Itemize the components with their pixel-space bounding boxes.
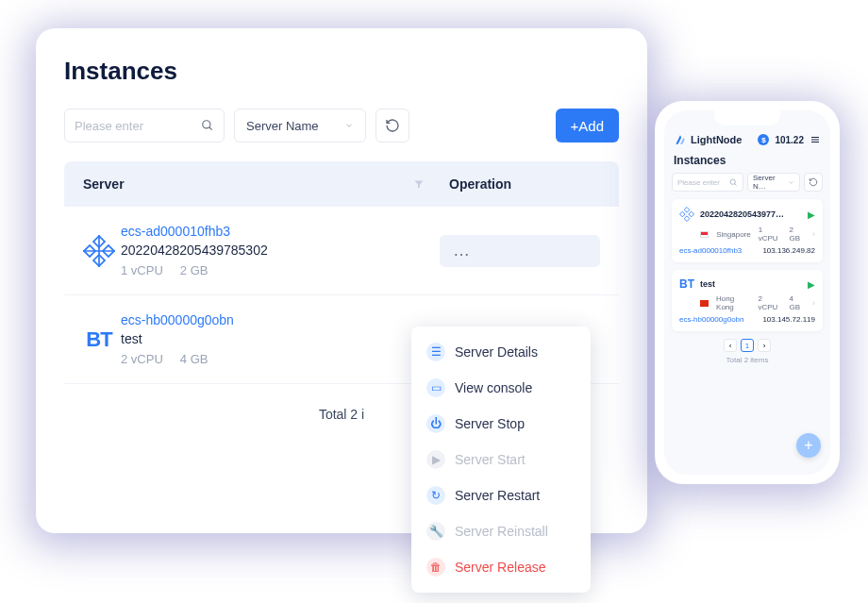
play-icon: ▶	[426, 450, 445, 469]
svg-line-1	[209, 127, 212, 130]
instance-code[interactable]: ecs-hb00000g0obn	[679, 315, 744, 324]
brand: LightNode	[674, 133, 742, 146]
phone-page-title: Instances	[674, 154, 821, 167]
filter-label: Server Name	[246, 119, 319, 133]
svg-line-12	[735, 183, 737, 185]
operation-menu-button[interactable]: …	[440, 235, 600, 267]
refresh-button[interactable]	[376, 109, 409, 142]
operation-cell: …	[440, 235, 606, 267]
chevron-down-icon	[344, 121, 354, 130]
svg-rect-15	[680, 211, 686, 217]
instance-ip: 103.136.249.82	[762, 246, 815, 255]
phone-mockup: LightNode $ 101.22 Instances Please ente…	[655, 101, 840, 484]
filter-select[interactable]: Server Name	[234, 109, 366, 142]
instance-ip: 103.145.72.119	[762, 315, 815, 324]
wrench-icon: 🔧	[426, 522, 445, 541]
refresh-icon	[385, 118, 400, 133]
instance-name: test	[700, 279, 802, 289]
plus-icon: +	[804, 437, 812, 454]
phone-search-input[interactable]: Please enter	[672, 173, 743, 192]
balance: 101.22	[775, 135, 804, 145]
instance-code[interactable]: ecs-hb00000g0obn	[121, 312, 440, 327]
phone-total: Total 2 items	[672, 356, 823, 364]
chevron-right-icon: ›	[812, 229, 815, 239]
menu-server-release[interactable]: 🗑 Server Release	[411, 549, 591, 585]
menu-server-start: ▶ Server Start	[411, 442, 591, 477]
menu-view-console[interactable]: ▭ View console	[411, 370, 591, 406]
table-row[interactable]: ecs-ad000010fhb3 20220428205439785302 1 …	[64, 207, 619, 295]
flag-hk-icon	[700, 300, 709, 307]
pager-prev[interactable]: ‹	[724, 339, 737, 352]
instance-spec: 2 vCPU4 GB	[121, 352, 440, 366]
brand-icon	[674, 133, 687, 146]
toolbar: Please enter Server Name +Add	[64, 109, 619, 142]
refresh-icon	[809, 177, 818, 187]
instance-code[interactable]: ecs-ad000010fhb3	[121, 224, 440, 239]
svg-rect-14	[684, 216, 690, 222]
phone-filter-select[interactable]: Server N…	[747, 173, 800, 192]
instance-code[interactable]: ecs-ad000010fhb3	[679, 246, 742, 255]
phone-header: LightNode $ 101.22	[672, 133, 823, 146]
svg-rect-13	[684, 208, 690, 213]
filter-icon[interactable]	[413, 178, 425, 190]
power-icon: ⏻	[426, 414, 445, 433]
search-input[interactable]: Please enter	[64, 109, 225, 142]
pager-next[interactable]: ›	[758, 339, 771, 352]
page-title: Instances	[64, 57, 619, 86]
menu-server-reinstall: 🔧 Server Reinstall	[411, 513, 591, 549]
instance-name: 20220428205439785302	[121, 243, 440, 258]
menu-server-details[interactable]: ☰ Server Details	[411, 334, 591, 370]
trash-icon: 🗑	[426, 558, 445, 577]
balance-icon: $	[758, 134, 769, 145]
phone-refresh-button[interactable]	[804, 173, 823, 192]
column-server: Server	[83, 176, 413, 192]
svg-point-0	[203, 121, 210, 128]
phone-instance-card[interactable]: BT test ▶ Hong Kong 2 vCPU 4 GB › ecs-hb…	[672, 270, 823, 331]
os-centos-icon	[77, 235, 121, 267]
details-icon: ☰	[426, 343, 445, 361]
svg-rect-16	[689, 211, 694, 217]
instance-name: 2022042820543977…	[700, 209, 802, 219]
column-operation: Operation	[449, 176, 600, 192]
phone-toolbar: Please enter Server N…	[672, 173, 823, 192]
chevron-down-icon	[788, 179, 794, 186]
instance-spec: 1 vCPU2 GB	[121, 263, 440, 277]
phone-pager: ‹ 1 ›	[672, 339, 823, 352]
instance-name: test	[121, 331, 440, 346]
hamburger-icon[interactable]	[810, 134, 821, 145]
row-body: ecs-ad000010fhb3 20220428205439785302 1 …	[121, 224, 440, 277]
os-bt-icon: BT	[679, 277, 694, 291]
console-icon: ▭	[426, 378, 445, 397]
status-running-icon: ▶	[808, 279, 815, 290]
phone-add-button[interactable]: +	[796, 433, 821, 458]
add-label: +Add	[571, 118, 604, 134]
os-bt-icon: BT	[77, 327, 121, 352]
table-header: Server Operation	[64, 161, 619, 207]
add-button[interactable]: +Add	[556, 109, 619, 142]
search-placeholder: Please enter	[75, 119, 201, 133]
search-icon	[729, 178, 738, 187]
pager-page[interactable]: 1	[741, 339, 754, 352]
chevron-right-icon: ›	[812, 298, 815, 308]
status-running-icon: ▶	[808, 209, 815, 220]
flag-sg-icon	[700, 231, 709, 238]
svg-point-11	[730, 179, 735, 184]
search-icon	[201, 119, 214, 132]
os-centos-icon	[679, 207, 694, 222]
restart-icon: ↻	[426, 486, 445, 505]
menu-server-stop[interactable]: ⏻ Server Stop	[411, 406, 591, 442]
row-body: ecs-hb00000g0obn test 2 vCPU4 GB	[121, 312, 440, 366]
phone-instance-card[interactable]: 2022042820543977… ▶ Singapore 1 vCPU 2 G…	[672, 199, 823, 262]
menu-server-restart[interactable]: ↻ Server Restart	[411, 477, 591, 513]
operation-menu: ☰ Server Details ▭ View console ⏻ Server…	[411, 327, 591, 593]
